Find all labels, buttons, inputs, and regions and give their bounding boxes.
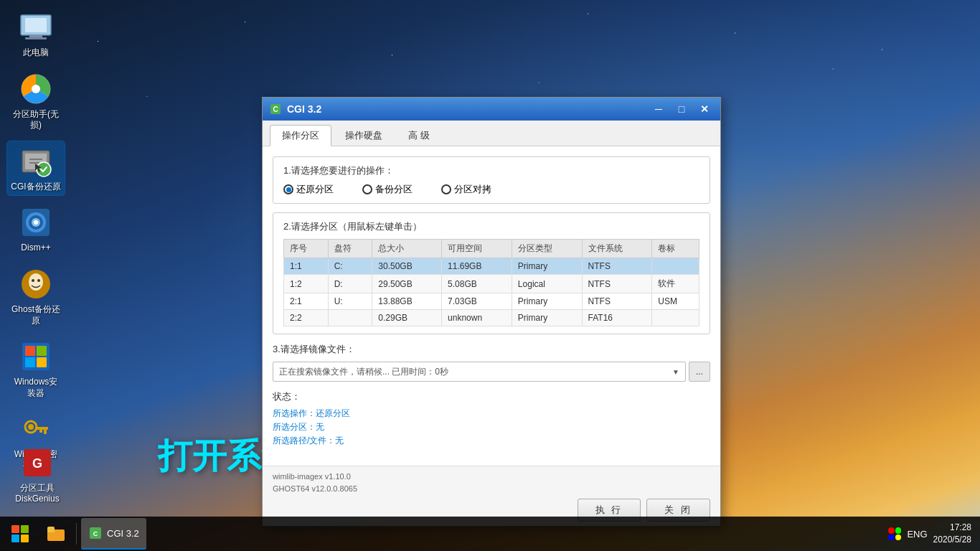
svg-point-26 — [28, 424, 34, 430]
desktop-icon-win-installer-label: Windows安装器 — [10, 377, 62, 399]
tab-operate-partition[interactable]: 操作分区 — [270, 125, 331, 146]
partition-cell-2-2: 13.88GB — [372, 293, 442, 310]
partition-cell-0-1: C: — [328, 258, 372, 275]
partition-row-3[interactable]: 2:20.29GBunknownPrimaryFAT16 — [284, 310, 699, 326]
window-title-icon: C — [268, 102, 283, 116]
partition-cell-3-0: 2:2 — [284, 310, 329, 326]
desktop-icon-cgi-backup[interactable]: CGI备份还原 — [7, 141, 65, 196]
svg-rect-22 — [37, 346, 47, 356]
radio-restore-label: 还原分区 — [296, 183, 334, 196]
desktop-icon-dism[interactable]: Dism++ — [7, 202, 65, 257]
partition-cell-2-3: 7.03GB — [442, 293, 512, 310]
svg-rect-28 — [44, 430, 47, 434]
section3-title: 3.请选择镜像文件： — [273, 343, 710, 356]
desktop-icon-cgi-backup-label: CGI备份还原 — [11, 182, 60, 193]
taskbar-file-explorer-button[interactable] — [40, 518, 72, 550]
tab-operate-disk[interactable]: 操作硬盘 — [333, 125, 395, 146]
tab-advanced[interactable]: 高 级 — [396, 125, 442, 146]
partition-cell-3-5: FAT16 — [582, 310, 652, 326]
partition-cell-2-6: USM — [652, 293, 699, 310]
desktop-icon-this-pc[interactable]: 此电脑 — [7, 7, 65, 62]
partition-row-0[interactable]: 1:1C:30.50GB11.69GBPrimaryNTFS — [284, 258, 699, 275]
col-seq: 序号 — [284, 240, 329, 258]
desktop-icon-diskgenius[interactable]: G 分区工具 DiskGenius — [9, 443, 66, 508]
partition-row-1[interactable]: 1:2D:29.50GB5.08GBLogicalNTFS软件 — [284, 275, 699, 293]
desktop-icon-ghost[interactable]: Ghost备份还原 — [7, 264, 65, 329]
svg-point-15 — [34, 220, 38, 225]
col-drive: 盘符 — [328, 240, 372, 258]
radio-backup[interactable]: 备份分区 — [362, 183, 413, 196]
partition-cell-2-4: Primary — [512, 293, 582, 310]
radio-restore[interactable]: 还原分区 — [283, 183, 334, 196]
taskbar-cgi-icon: C — [88, 526, 103, 540]
desktop-icon-win-installer[interactable]: Windows安装器 — [7, 336, 65, 402]
section-operation: 1.请选择您要进行的操作： 还原分区 备份分区 分区对拷 — [273, 156, 710, 204]
section-partition: 2.请选择分区（用鼠标左键单击） 序号 盘符 总大小 可用空间 分区类型 文件系… — [273, 212, 710, 334]
partition-row-2[interactable]: 2:1U:13.88GB7.03GBPrimaryNTFSUSM — [284, 293, 699, 310]
taskbar-divider — [76, 523, 77, 545]
col-free: 可用空间 — [442, 240, 512, 258]
partition-cell-1-5: NTFS — [582, 275, 652, 293]
tray-datetime[interactable]: 17:28 2020/5/28 — [933, 522, 971, 546]
col-fs: 文件系统 — [582, 240, 652, 258]
taskbar: C CGI 3.2 ENG 17:28 2020/5/28 — [0, 517, 980, 551]
partition-helper-icon — [19, 72, 53, 106]
partition-cell-3-6 — [652, 310, 699, 326]
desktop-icons-container: 此电脑 分区助手(无损) — [7, 7, 65, 475]
taskbar-tray: ENG 17:28 2020/5/28 — [882, 517, 977, 551]
tray-language[interactable]: ENG — [907, 529, 927, 540]
status-line-1[interactable]: 所选分区：无 — [273, 421, 710, 433]
status-line-0[interactable]: 所选操作：还原分区 — [273, 408, 710, 420]
partition-cell-1-1: D: — [328, 275, 372, 293]
partition-cell-3-1 — [328, 310, 372, 326]
file-dropdown-arrow: ▼ — [672, 368, 679, 376]
svg-rect-27 — [35, 427, 48, 430]
col-type: 分区类型 — [512, 240, 582, 258]
browse-button[interactable]: ... — [689, 362, 710, 382]
tray-time-value: 17:28 — [933, 522, 971, 534]
partition-cell-3-4: Primary — [512, 310, 582, 326]
window-title-buttons: ─ □ ✕ — [649, 100, 715, 118]
windows-logo — [11, 525, 29, 542]
partition-cell-1-4: Logical — [512, 275, 582, 293]
window-titlebar[interactable]: C CGI 3.2 ─ □ ✕ — [263, 98, 720, 121]
diskgenius-icon: G — [20, 446, 55, 480]
dism-icon — [19, 205, 53, 240]
tray-color-icon[interactable] — [888, 527, 901, 540]
status-title: 状态： — [273, 390, 710, 403]
svg-rect-3 — [25, 37, 47, 39]
win-installer-icon — [19, 339, 53, 374]
partition-table: 序号 盘符 总大小 可用空间 分区类型 文件系统 卷标 1:1C:30.50GB… — [283, 239, 699, 326]
partition-cell-0-6 — [652, 258, 699, 275]
desktop-icon-ghost-label: Ghost备份还原 — [10, 304, 62, 326]
radio-clone-label: 分区对拷 — [454, 183, 491, 196]
svg-point-18 — [32, 279, 34, 282]
window-tabs: 操作分区 操作硬盘 高 级 — [263, 121, 720, 146]
footer-info: wimlib-imagex v1.10.0 GHOST64 v12.0.0.80… — [273, 471, 710, 494]
svg-point-19 — [37, 279, 40, 282]
col-label: 卷标 — [652, 240, 699, 258]
window-minimize-button[interactable]: ─ — [649, 100, 669, 118]
desktop-icon-partition-helper[interactable]: 分区助手(无损) — [7, 69, 65, 134]
desktop-icon-diskgenius-label1: 分区工具 — [20, 483, 55, 494]
partition-cell-2-1: U: — [328, 293, 372, 310]
desktop-icon-diskgenius-label2: DiskGenius — [15, 494, 59, 505]
ghost-icon — [19, 267, 53, 301]
file-dropdown[interactable]: 正在搜索镜像文件，请稍候... 已用时间：0秒 ▼ — [273, 362, 686, 382]
file-select-row: 正在搜索镜像文件，请稍候... 已用时间：0秒 ▼ ... — [273, 362, 710, 382]
window-content: 1.请选择您要进行的操作： 还原分区 备份分区 分区对拷 — [263, 146, 720, 466]
taskbar-start-button[interactable] — [3, 517, 37, 551]
radio-restore-circle — [283, 184, 293, 194]
partition-cell-3-2: 0.29GB — [372, 310, 442, 326]
color-dots-icon — [888, 527, 901, 540]
window-maximize-button[interactable]: □ — [672, 100, 692, 118]
svg-point-5 — [32, 85, 40, 93]
svg-text:C: C — [273, 105, 278, 113]
status-line-2[interactable]: 所选路径/文件：无 — [273, 435, 710, 447]
radio-clone[interactable]: 分区对拷 — [441, 183, 491, 196]
section-image: 3.请选择镜像文件： 正在搜索镜像文件，请稍候... 已用时间：0秒 ▼ ... — [273, 343, 710, 382]
desktop: 此电脑 分区助手(无损) — [0, 0, 980, 551]
partition-cell-1-3: 5.08GB — [442, 275, 512, 293]
taskbar-cgi-button[interactable]: C CGI 3.2 — [81, 518, 146, 550]
window-close-button[interactable]: ✕ — [694, 100, 715, 118]
